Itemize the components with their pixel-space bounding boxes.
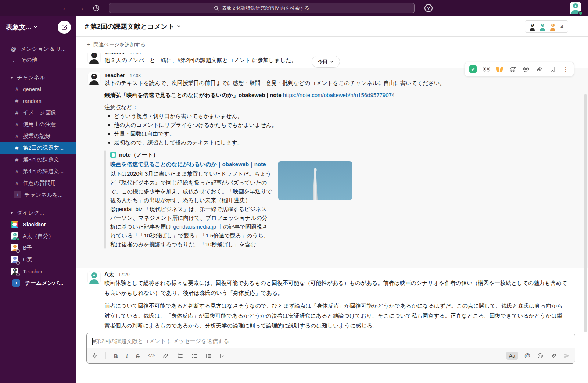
sidebar-channel-class-records[interactable]: #授業の記録 (0, 130, 76, 142)
sidebar-channel-general[interactable]: #general (0, 83, 76, 95)
channel-header: # 第2回の課題文献とコメント T A B 4 (76, 16, 588, 37)
notes-label: 注意点など： (104, 103, 581, 112)
italic-button[interactable]: I (126, 353, 128, 359)
unfurl-border (104, 150, 106, 249)
scrollbar-thumb[interactable] (584, 94, 587, 332)
message-timestamp[interactable]: 17:08 (130, 73, 141, 78)
history-clock-icon[interactable] (91, 3, 101, 13)
channels-section-header[interactable]: チャンネル (0, 72, 76, 83)
message-list: T Teacher 17:05 他 3 人のメンバーと一緒に、#第2回の課題文献… (76, 53, 588, 333)
top-bar: ← → 表象文化論特殊研究演習IV 内を検索する ? A (0, 0, 588, 16)
blockquote-button[interactable] (205, 353, 212, 359)
formatting-toggle-button[interactable]: Aa (506, 352, 518, 360)
message-author[interactable]: A太 (104, 271, 114, 277)
tower-image (313, 169, 318, 200)
ordered-list-button[interactable] (177, 353, 183, 359)
sidebar-dm-a-ta[interactable]: A A太（自分） (0, 230, 76, 242)
note-article-link[interactable]: https://note.com/obakeweb/n/n156d9577907… (283, 92, 395, 98)
sidebar-dm-teacher[interactable]: T Teacher (0, 265, 76, 277)
help-button[interactable]: ? (424, 4, 433, 12)
message-paragraph: 前者について回復不可能であると判断する見方はなさそうなので、ひとまず論点は「身体… (104, 301, 567, 330)
search-icon (214, 6, 219, 11)
join-message-text: 他 3 人のメンバーと一緒に、#第2回の課題文献とコメント に参加しました。 (104, 56, 297, 65)
attach-file-button[interactable] (550, 353, 556, 359)
sidebar-dm-c-mi[interactable]: C C美 (0, 254, 76, 265)
strikethrough-button[interactable]: S (136, 353, 140, 359)
sidebar-channel-image[interactable]: #イメージ画像... (0, 107, 76, 118)
message-timestamp[interactable]: 17:05 (130, 53, 141, 56)
dm-section-header[interactable]: ダイレク... (0, 207, 76, 218)
sidebar-dm-slackbot[interactable]: Slackbot (0, 218, 76, 230)
section-collapse-icon (10, 212, 13, 214)
add-bookmark-bar[interactable]: + 関連ページを追加する (76, 37, 588, 53)
shortcuts-lightning-button[interactable] (92, 353, 97, 359)
note-service-icon (110, 152, 116, 158)
unfurl-title-link[interactable]: 映画を倍速で見ることのなにがわるいのか｜obakeweb｜note (110, 160, 272, 169)
sidebar-channel-random[interactable]: #random (0, 95, 76, 107)
message-text: 以下のテキストを読んで、次回授業日の前日までに感想・疑問・意見・批判などのコメン… (104, 79, 581, 87)
plus-icon: + (14, 191, 21, 198)
sidebar-channel-session4[interactable]: #第4回の課題文... (0, 165, 76, 177)
send-button[interactable] (563, 352, 570, 359)
workspace-name[interactable]: 表象文... (6, 23, 31, 32)
mention-button[interactable]: @ (524, 352, 530, 359)
user-avatar[interactable]: A (570, 2, 581, 14)
link-button[interactable] (162, 353, 169, 359)
compose-button[interactable] (58, 21, 71, 34)
react-raised-hands-button[interactable] (494, 64, 505, 75)
message-author[interactable]: Teacher (104, 72, 125, 78)
sidebar-channel-session2-selected[interactable]: #第2回の課題文... (0, 142, 76, 154)
hash-icon: # (14, 86, 20, 92)
react-check-mark-button[interactable] (467, 64, 479, 75)
presence-offline-dot (16, 273, 20, 276)
message-author[interactable]: Teacher (104, 53, 125, 56)
date-divider-pill[interactable]: 今日 (312, 56, 340, 68)
hash-icon: # (14, 157, 20, 163)
sidebar-add-teammates[interactable]: + チームメンバ... (0, 277, 76, 289)
sidebar-channel-questions[interactable]: #任意の質問用 (0, 177, 76, 189)
bullet-icon (108, 142, 110, 144)
inline-code-button[interactable]: </> (148, 353, 155, 358)
code-block-button[interactable] (220, 353, 226, 359)
message-composer[interactable]: #第2回の課題文献とコメント にメッセージを送信する B I S </> (86, 333, 575, 364)
message-timestamp[interactable]: 17:20 (118, 272, 129, 277)
hash-icon: # (14, 168, 20, 175)
bold-button[interactable]: B (114, 353, 118, 359)
bookmark-message-button[interactable] (546, 64, 558, 75)
search-input[interactable]: 表象文化論特殊研究演習IV 内を検索する (109, 3, 415, 13)
sidebar-dm-b-ko[interactable]: B B子 (0, 242, 76, 254)
chevron-down-icon (177, 24, 181, 28)
unfurl-thumbnail-image[interactable] (278, 161, 352, 200)
reply-thread-button[interactable] (520, 64, 532, 75)
history-forward-button[interactable]: → (76, 3, 86, 13)
toolbar-divider (105, 352, 106, 359)
plus-icon: + (87, 42, 90, 48)
sidebar-channel-usage-notes[interactable]: #使用上の注意 (0, 118, 76, 130)
hash-icon: # (14, 133, 20, 139)
composer-toolbar: B I S </> (87, 348, 575, 363)
more-actions-button[interactable]: ⋮ (560, 64, 571, 75)
unfurl-description: 以下は2020年3月に書いたまま放置していたドラフトだ。ちょうど『現代ビジネス』… (110, 169, 272, 249)
unfurl-provider-name: note（ノート） (119, 151, 158, 158)
gendai-link[interactable]: gendai.ismedia.jp (173, 223, 216, 230)
emoji-button[interactable] (537, 352, 544, 359)
avatar[interactable]: T (87, 72, 101, 85)
sidebar-item-mentions[interactable]: @ メンション & リ... (0, 43, 76, 54)
member-count-button[interactable]: T A B 4 (525, 20, 568, 33)
sidebar-channel-session3[interactable]: #第3回の課題文... (0, 154, 76, 165)
add-reaction-button[interactable] (507, 64, 519, 75)
presence-online-dot (16, 237, 20, 241)
bullet-item: 最初なので、練習として軽めのテキストにします。 (104, 138, 581, 147)
react-eyes-button[interactable] (480, 64, 492, 75)
sidebar-item-more[interactable]: ⋮ その他 (0, 54, 76, 65)
sidebar-add-channel[interactable]: +チャンネルを... (0, 189, 76, 201)
bulleted-list-button[interactable] (191, 353, 197, 359)
message-input[interactable]: #第2回の課題文献とコメント にメッセージを送信する (87, 333, 575, 349)
avatar[interactable]: A (87, 271, 101, 284)
share-message-button[interactable] (533, 64, 545, 75)
history-back-button[interactable]: ← (60, 3, 71, 13)
main-content: # 第2回の課題文献とコメント T A B 4 + 関連ページを追加する T T… (76, 16, 588, 383)
message-a-ta-1720: A A太 17:20 映画体験として総称される様々な要素には、回復可能であるもの… (87, 271, 567, 330)
channel-title[interactable]: # 第2回の課題文献とコメント (85, 22, 181, 31)
workspace-chevron-icon[interactable] (33, 25, 37, 29)
